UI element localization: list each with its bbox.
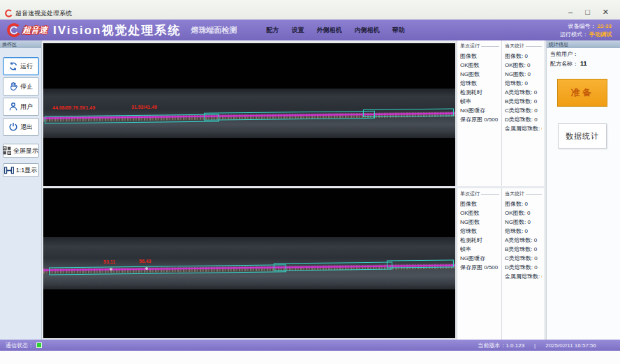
status-bar: 通信状态： 当前版本：1.0.123 | 2025/02/11 16:57:56	[0, 340, 620, 351]
daily-header: 当天统计	[505, 190, 524, 197]
stat-row: 熔珠数: 0	[505, 227, 542, 236]
menu-bar: 配方设置外侧相机内侧相机帮助	[266, 26, 404, 35]
exit-icon	[8, 122, 18, 132]
stats-panel-top: 单次运行 图像数OK图数NG图数熔珠数检测耗时帧率NG图缓存保存原图 0/500…	[457, 40, 545, 186]
app-window: 超音速视觉处理系统 – □ ✕ 超音速 IVision视觉处理系统 熔珠端面检测…	[0, 0, 620, 364]
daily-column: 当天统计 图像数: 0OK图数: 0NG图数: 0熔珠数: 0A类熔珠数: 0B…	[501, 188, 544, 340]
window-title: 超音速视觉处理系统	[15, 9, 72, 17]
daily-header: 当天统计	[505, 43, 524, 50]
device-number-row: 设备编号：22-33	[568, 22, 612, 30]
version-row: 当前版本：1.0.123	[478, 342, 524, 349]
menu-item[interactable]: 内侧相机	[354, 26, 379, 35]
window-controls: – □ ✕	[568, 8, 616, 16]
operation-sidebar: 操作区 运行 停止	[0, 40, 42, 340]
menu-item[interactable]: 帮助	[392, 26, 404, 35]
datetime-value: 2025/02/11 16:57:56	[545, 342, 596, 349]
stat-row: C类熔珠数: 0	[505, 106, 542, 115]
stat-row: NG图数	[460, 218, 499, 227]
detection-box	[274, 261, 392, 271]
stat-row: 金属屑熔珠数: 0	[505, 272, 542, 281]
status-bar-right: 当前版本：1.0.123 | 2025/02/11 16:57:56	[478, 342, 614, 349]
stat-row: B类熔珠数: 0	[505, 97, 542, 106]
one-to-one-button[interactable]: 1:1显示	[3, 163, 39, 177]
comm-status-indicator	[36, 342, 42, 348]
app-logo-icon	[4, 9, 13, 17]
stat-row: D类熔珠数: 0	[505, 115, 542, 124]
measurement-annotation: 44.08/85.79.5X1.49	[52, 105, 95, 110]
sidebar-buttons: 运行 停止 用户 退出	[0, 48, 41, 179]
stat-row: 熔珠数: 0	[505, 79, 542, 88]
comm-status-label: 通信状态：	[6, 342, 34, 349]
restore-icon[interactable]: □	[585, 8, 590, 16]
camera-viewport: 44.08/85.79.5X1.49 31.53/41.49 53.11 56.…	[43, 40, 456, 340]
user-button[interactable]: 用户	[3, 98, 39, 116]
detection-box	[204, 111, 375, 121]
stat-row: C类熔珠数: 0	[505, 254, 542, 263]
data-stats-button[interactable]: 数据统计	[558, 123, 607, 149]
menu-item[interactable]: 外侧相机	[316, 26, 341, 35]
single-run-rows: 图像数OK图数NG图数熔珠数检测耗时帧率NG图缓存保存原图 0/500	[460, 52, 499, 124]
recipe-name-row: 配方名称：11	[547, 58, 620, 68]
version-value: 1.0.123	[505, 342, 524, 349]
stats-panel-bottom: 单次运行 图像数OK图数NG图数熔珠数检测耗时帧率NG图缓存保存原图 0/500…	[457, 188, 545, 340]
device-info: 设备编号：22-33 运行模式：手动调试	[560, 22, 614, 38]
stat-row: NG图数: 0	[505, 218, 542, 227]
stat-row: 图像数: 0	[505, 52, 542, 61]
run-button[interactable]: 运行	[3, 57, 39, 75]
device-number-value: 22-33	[598, 23, 612, 29]
stat-row: D类熔珠数: 0	[505, 263, 542, 272]
stat-row: 保存原图 0/500	[460, 263, 499, 272]
stat-row: 保存原图 0/500	[460, 115, 499, 124]
menu-item[interactable]: 设置	[291, 26, 304, 35]
stat-row: B类熔珠数: 0	[505, 245, 542, 254]
stop-button[interactable]: 停止	[3, 77, 39, 96]
stop-icon	[8, 82, 18, 91]
exit-button[interactable]: 退出	[3, 118, 39, 136]
stat-row: A类熔珠数: 0	[505, 236, 542, 245]
single-run-column: 单次运行 图像数OK图数NG图数熔珠数检测耗时帧率NG图缓存保存原图 0/500	[457, 40, 501, 186]
stat-row: 熔珠数	[460, 79, 499, 88]
app-header: 超音速 IVision视觉处理系统 熔珠端面检测 配方设置外侧相机内侧相机帮助 …	[0, 20, 620, 40]
user-icon	[8, 102, 18, 112]
bead-defect-mark	[110, 268, 112, 271]
info-panel: 统计信息 当前用户： 配方名称：11 准备 数据统计	[546, 40, 620, 340]
daily-column: 当天统计 图像数: 0OK图数: 0NG图数: 0熔珠数: 0A类熔珠数: 0B…	[501, 40, 544, 186]
recipe-name-value: 11	[580, 60, 587, 67]
current-user-row: 当前用户：	[547, 48, 620, 58]
outer-camera-view[interactable]: 44.08/85.79.5X1.49 31.53/41.49	[43, 43, 455, 186]
run-icon	[8, 61, 18, 71]
detection-box	[363, 108, 454, 117]
detection-box	[387, 259, 454, 268]
single-run-header: 单次运行	[460, 43, 480, 50]
daily-rows: 图像数: 0OK图数: 0NG图数: 0熔珠数: 0A类熔珠数: 0B类熔珠数:…	[505, 52, 542, 133]
run-mode-row: 运行模式：手动调试	[560, 31, 612, 38]
menu-item[interactable]: 配方	[266, 26, 279, 35]
stat-row: NG图缓存	[460, 106, 499, 115]
daily-rows: 图像数: 0OK图数: 0NG图数: 0熔珠数: 0A类熔珠数: 0B类熔珠数:…	[505, 199, 542, 281]
single-run-column: 单次运行 图像数OK图数NG图数熔珠数检测耗时帧率NG图缓存保存原图 0/500	[457, 188, 501, 340]
single-run-rows: 图像数OK图数NG图数熔珠数检测耗时帧率NG图缓存保存原图 0/500	[460, 199, 499, 272]
status-separator: |	[534, 342, 536, 349]
stat-row: OK图数	[460, 208, 499, 218]
bead-defect-mark	[145, 267, 148, 270]
stat-row: 熔珠数	[460, 227, 499, 236]
stat-row: OK图数	[460, 61, 499, 70]
single-run-header: 单次运行	[460, 190, 480, 197]
measurement-annotation: 56.43	[139, 259, 152, 264]
stat-row: 帧率	[460, 97, 499, 106]
prepare-button[interactable]: 准备	[557, 79, 607, 107]
fullscreen-button[interactable]: 全屏显示	[3, 144, 39, 158]
minimize-icon[interactable]: –	[568, 8, 573, 16]
close-icon[interactable]: ✕	[603, 8, 609, 16]
stat-row: 检测耗时	[460, 88, 499, 97]
stat-row: NG图缓存	[460, 254, 499, 263]
measurement-annotation: 31.53/41.49	[131, 105, 157, 109]
stat-row: 图像数: 0	[505, 199, 542, 208]
fullscreen-icon	[3, 146, 11, 155]
stat-row: OK图数: 0	[505, 208, 542, 218]
stat-row: 帧率	[460, 245, 499, 254]
stat-row: 图像数	[460, 52, 499, 61]
inner-camera-view[interactable]: 53.11 56.43	[43, 188, 455, 338]
stat-row: 检测耗时	[460, 236, 499, 245]
brand-swoosh-icon	[6, 22, 21, 38]
